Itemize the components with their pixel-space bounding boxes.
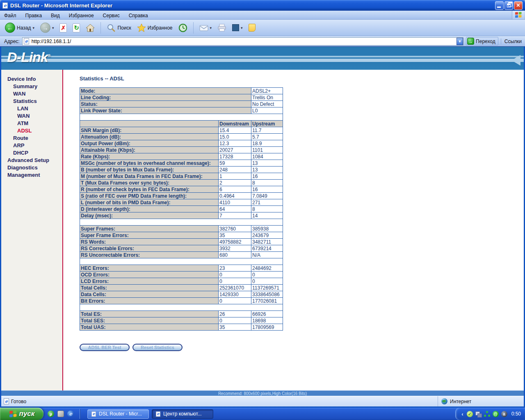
sidebar-item-wan[interactable]: WAN <box>1 90 62 98</box>
forward-dropdown-icon[interactable]: ▾ <box>52 26 54 30</box>
stat-label: Rate (Kbps): <box>80 153 219 160</box>
search-button[interactable]: Поиск <box>105 23 132 33</box>
table-spacer-row <box>80 114 283 121</box>
menu-item-[interactable]: Сервис <box>103 13 120 18</box>
table-row: Data Cells:14293303338645086 <box>80 291 283 298</box>
stat-label: Attainable Rate (Kbps): <box>80 147 219 153</box>
sidebar-item-statistics[interactable]: Statistics <box>1 98 62 105</box>
table-row: Total Cells:2523610701137269571 <box>80 285 283 291</box>
menu-item-[interactable]: Правка <box>25 13 42 18</box>
tray-collapse-icon[interactable]: ‹ <box>461 411 463 417</box>
internet-explorer-icon[interactable]: e <box>67 411 74 417</box>
edit-dropdown-icon[interactable]: ▾ <box>241 26 243 30</box>
home-icon <box>86 24 95 32</box>
sidebar-item-advanced-setup[interactable]: Advanced Setup <box>1 157 62 164</box>
address-bar: Адрес: ▼ → Переход Ссылки <box>0 36 525 47</box>
page-content: Device InfoSummaryWANStatisticsLANWANATM… <box>1 70 524 390</box>
sidebar-item-adsl-sub[interactable]: ADSL <box>1 127 62 135</box>
address-input[interactable] <box>31 38 457 45</box>
stat-value: ADSL2+ <box>251 88 283 94</box>
minimize-button[interactable] <box>495 1 504 10</box>
stat-value-downstream: 252361070 <box>219 285 251 291</box>
task-button-dsl-router-micr[interactable]: DSL Router - Micr... <box>87 409 149 419</box>
sidebar-item-diagnostics[interactable]: Diagnostics <box>1 164 62 171</box>
stat-value-downstream: 0 <box>219 317 251 324</box>
sidebar-item-atm-sub[interactable]: ATM <box>1 120 62 127</box>
windows-logo-icon <box>512 11 524 19</box>
utorrent-icon[interactable]: µ <box>48 411 54 417</box>
table-header-row: DownstreamUpstream <box>80 121 283 127</box>
reset-statistics-button[interactable]: Reset Statistics <box>132 344 183 351</box>
favorites-button[interactable]: Избранное <box>135 23 174 33</box>
table-row: M (number of Mux Data Frames in FEC Data… <box>80 173 283 180</box>
home-button[interactable] <box>84 23 96 33</box>
p2p-network-tray-icon[interactable] <box>484 411 490 417</box>
network-tray-icon[interactable] <box>475 411 482 417</box>
antivirus-tray-icon[interactable]: ✓ <box>467 411 473 417</box>
edit-button[interactable]: ▾ <box>231 23 244 32</box>
stat-value-downstream: 0.4964 <box>219 193 251 199</box>
edit-icon <box>232 24 239 31</box>
sidebar-item-wan-sub[interactable]: WAN <box>1 112 62 120</box>
task-label: DSL Router - Micr... <box>99 411 142 417</box>
menu-item-[interactable]: Вид <box>51 13 60 18</box>
browser-viewport: D-Link® Device InfoSummaryWANStatisticsL… <box>0 47 525 408</box>
window-controls: ✕ <box>495 1 523 10</box>
forward-icon: → <box>40 23 50 33</box>
back-button[interactable]: ← Назад ▾ <box>3 22 36 34</box>
address-dropdown-button[interactable]: ▼ <box>457 38 463 45</box>
stat-value-downstream: 2 <box>219 180 251 186</box>
sidebar-item-lan-sub[interactable]: LAN <box>1 105 62 112</box>
mail-dropdown-icon[interactable]: ▾ <box>210 26 212 30</box>
go-button[interactable]: → Переход <box>466 37 498 46</box>
task-button-[interactable]: Центр компьют... <box>152 409 213 419</box>
sidebar-item-summary[interactable]: Summary <box>1 83 62 90</box>
stat-label: Total UAS: <box>80 324 219 331</box>
show-desktop-icon[interactable] <box>57 411 64 417</box>
stat-value-upstream: 66926 <box>251 311 283 317</box>
stat-value-downstream: 23 <box>219 265 251 272</box>
tray-clock[interactable]: 0:50 <box>511 411 521 417</box>
sidebar-item-arp[interactable]: ARP <box>1 142 62 149</box>
menu-item-[interactable]: Избранное <box>69 13 94 18</box>
close-button[interactable]: ✕ <box>514 1 523 10</box>
sidebar-item-route[interactable]: Route <box>1 135 62 142</box>
table-row: Status:No Defect <box>80 101 283 107</box>
stat-label: Bit Errors: <box>80 298 219 304</box>
stat-label: Super Frames: <box>80 226 219 232</box>
start-button[interactable]: пуск <box>0 408 43 420</box>
sidebar-item-dhcp[interactable]: DHCP <box>1 149 62 157</box>
sidebar-item-management[interactable]: Management <box>1 171 62 179</box>
menu-item-[interactable]: Справка <box>129 13 148 18</box>
agent-tray-icon[interactable]: a <box>501 411 507 417</box>
stat-label: Total SES: <box>80 317 219 324</box>
messenger-button[interactable] <box>247 23 257 32</box>
links-button[interactable]: Ссылки <box>501 39 522 44</box>
history-button[interactable] <box>177 23 189 33</box>
table-row: Total UAS:3517809569 <box>80 324 283 331</box>
quick-launch: µ e <box>43 411 78 417</box>
stat-value-downstream: 382760 <box>219 226 251 232</box>
print-button[interactable] <box>216 23 228 33</box>
stat-value-upstream: 3482711 <box>251 239 283 245</box>
recommend-footer: Recommend: 800x600 pixels,High Color(16 … <box>1 390 524 396</box>
restore-button[interactable] <box>504 1 513 10</box>
back-dropdown-icon[interactable]: ▾ <box>32 26 34 30</box>
task-ie-icon <box>156 411 160 417</box>
forward-button[interactable]: → ▾ <box>39 22 56 34</box>
refresh-button[interactable]: ↻ <box>71 23 82 33</box>
stop-button[interactable]: ✗ <box>58 23 68 33</box>
sidebar-item-device-info[interactable]: Device Info <box>1 75 62 83</box>
table-row: Super Frame Errors:35243679 <box>80 232 283 239</box>
stat-value-upstream: N/A <box>251 252 283 258</box>
stat-value-upstream: 0 <box>251 272 283 278</box>
menu-item-[interactable]: Файл <box>4 13 16 18</box>
mail-button[interactable]: ▾ <box>198 23 214 32</box>
stat-label: T (Mux Data Frames over sync bytes): <box>80 180 219 186</box>
adsl-ber-test-button[interactable]: ADSL BER Test <box>80 344 130 351</box>
banner-chevron-decoration <box>511 55 520 66</box>
stat-value-downstream: 0 <box>219 278 251 285</box>
at-service-tray-icon[interactable]: @ <box>493 411 499 417</box>
stat-label: Attenuation (dB): <box>80 134 219 140</box>
task-buttons: DSL Router - Micr...Центр компьют... <box>87 409 455 419</box>
